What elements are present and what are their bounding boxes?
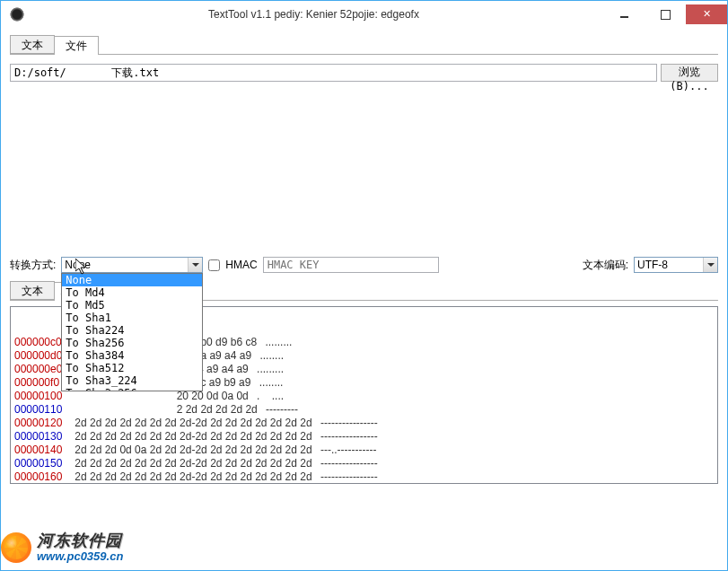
convert-dropdown-list: None To Md4 To Md5 To Sha1 To Sha224 To … [61,273,203,391]
dropdown-item[interactable]: To Md5 [62,299,202,312]
hex-bytes: 2 2d 2d 2d 2d 2d [72,403,258,417]
encoding-label: 文本编码: [583,258,628,273]
watermark-icon [1,532,31,563]
watermark-name: 河东软件园 [37,532,123,550]
blank-area [10,82,718,250]
hex-ascii: ---..----------- [318,444,377,457]
tab-file[interactable]: 文件 [54,36,99,55]
hex-address: 00000110 [14,403,72,417]
encoding-dropdown[interactable]: UTF-8 [634,257,718,273]
hmac-label: HMAC [225,259,257,271]
hmac-checkbox[interactable] [208,259,220,271]
hex-bytes: 2d 2d 2d 2d 2d 2d 2d 2d-2d 2d 2d 2d 2d 2… [72,457,312,470]
dropdown-item[interactable]: To Sha256 [62,337,202,349]
browse-button[interactable]: 浏览(B)... [661,64,718,82]
hex-ascii: ........ [257,349,284,363]
top-tabs: 文本 文件 [10,35,718,55]
file-path-input[interactable] [10,64,657,82]
hex-ascii: ---------------- [318,430,378,444]
hex-row: 00000100 20 20 0d 0a 0d . .... [14,390,717,403]
dropdown-item[interactable]: To Sha512 [62,362,202,374]
hex-ascii: ........ [256,376,283,390]
dropdown-item[interactable]: To Sha3_224 [62,374,202,387]
hex-bytes: 20 20 0d 0a 0d [72,390,249,403]
hex-address: 00000160 [14,470,72,484]
hex-address: 00000130 [14,430,72,444]
convert-dropdown[interactable]: None None To Md4 To Md5 To Sha1 To Sha22… [61,257,203,273]
dropdown-item[interactable]: To Sha1 [62,312,202,324]
encoding-value: UTF-8 [637,259,668,271]
hex-ascii: ---------------- [318,470,378,484]
dropdown-item[interactable]: None [62,274,202,286]
dropdown-item[interactable]: To Sha224 [62,324,202,337]
hex-bytes: 2d 2d 2d 2d 2d 2d 2d 2d-2d 2d 2d 2d 2d 2… [72,417,312,430]
convert-label: 转换方式: [10,258,56,273]
watermark: 河东软件园 www.pc0359.cn [1,532,123,563]
hex-row: 00000160 2d 2d 2d 2d 2d 2d 2d 2d-2d 2d 2… [14,470,717,484]
hex-row: 00000150 2d 2d 2d 2d 2d 2d 2d 2d-2d 2d 2… [14,457,717,470]
hex-bytes: 2d 2d 2d 2d 2d 2d 2d 2d-2d 2d 2d 2d 2d 2… [72,470,312,484]
maximize-button[interactable] [645,4,686,24]
hex-bytes: 2d 2d 2d 2d 2d 2d 2d 2d-2d 2d 2d 2d 2d 2… [72,430,312,444]
hex-ascii: . .... [254,390,284,403]
hex-ascii: ---------------- [318,417,378,430]
hex-address: 00000150 [14,457,72,470]
minimize-button[interactable] [603,4,645,24]
hex-row: 00000130 2d 2d 2d 2d 2d 2d 2d 2d-2d 2d 2… [14,430,717,444]
tab-text[interactable]: 文本 [10,35,55,54]
chevron-down-icon[interactable] [703,258,717,272]
tab-text-2[interactable]: 文本 [10,281,55,300]
hmac-key-input[interactable] [263,257,439,273]
app-icon [10,7,24,22]
hex-bytes: 2d 2d 2d 0d 0a 2d 2d 2d-2d 2d 2d 2d 2d 2… [72,444,312,457]
hex-row: 00000140 2d 2d 2d 0d 0a 2d 2d 2d-2d 2d 2… [14,444,717,457]
hex-ascii: --------- [263,403,298,417]
dropdown-item[interactable]: To Sha384 [62,349,202,362]
hex-address: 00000100 [14,390,72,403]
hex-ascii: ......... [262,336,292,349]
hex-row: 00000120 2d 2d 2d 2d 2d 2d 2d 2d-2d 2d 2… [14,417,717,430]
hex-address: 00000140 [14,444,72,457]
dropdown-item[interactable]: To Md4 [62,286,202,299]
chevron-down-icon[interactable] [188,258,202,272]
convert-selected: None [65,259,91,271]
close-button[interactable] [686,4,727,24]
hex-ascii: ......... [254,363,284,376]
window-title: TextTool v1.1 pediy: Kenier 52pojie: edg… [24,8,603,21]
watermark-url: www.pc0359.cn [37,550,123,563]
hex-ascii: ---------------- [318,457,378,470]
hex-row: 00000110 2 2d 2d 2d 2d 2d --------- [14,403,717,417]
titlebar: TextTool v1.1 pediy: Kenier 52pojie: edg… [1,1,727,28]
dropdown-item[interactable]: To Sha3_256 [62,387,202,391]
hex-address: 00000120 [14,417,72,430]
